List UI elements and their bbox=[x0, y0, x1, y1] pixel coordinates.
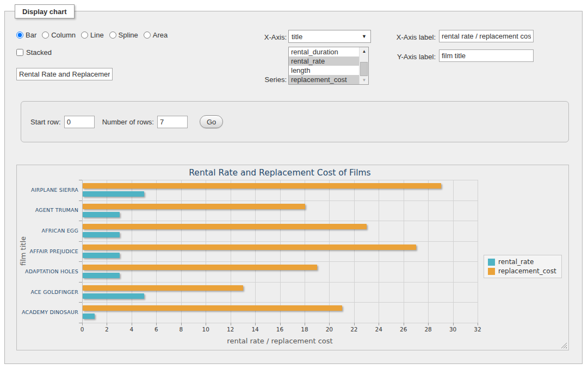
series-option-replacement_cost[interactable]: replacement_cost bbox=[289, 75, 359, 84]
category-label[interactable]: AFRICAN EGG bbox=[17, 228, 78, 234]
chart-type-option-area[interactable]: Area bbox=[144, 31, 168, 39]
x-axis-select-label: X-Axis: bbox=[232, 33, 287, 41]
chart-container: Rental Rate and Replacement Cost of Film… bbox=[16, 165, 569, 350]
chart-type-option-label: Area bbox=[153, 31, 168, 39]
bar-group-african-egg bbox=[82, 221, 478, 241]
panel-title: Display chart bbox=[15, 4, 75, 18]
chart-type-radio-bar[interactable] bbox=[16, 32, 23, 39]
x-axis-tick bbox=[379, 323, 379, 325]
bar-replacement-cost[interactable] bbox=[83, 204, 305, 209]
category-label[interactable]: AIRPLANE SIERRA bbox=[17, 187, 78, 193]
y-axis-label-label: Y-Axis label: bbox=[381, 53, 436, 61]
chart-type-option-label: Bar bbox=[26, 31, 36, 39]
y-axis-category-labels: AIRPLANE SIERRAAGENT TRUMANAFRICAN EGGAF… bbox=[17, 180, 78, 323]
x-axis-tick bbox=[206, 323, 206, 325]
bar-group-agent-truman bbox=[82, 200, 478, 221]
chart-type-radio-column[interactable] bbox=[42, 32, 49, 39]
series-option-rental_rate[interactable]: rental_rate bbox=[289, 57, 359, 66]
chart-type-option-bar[interactable]: Bar bbox=[16, 31, 36, 39]
bar-rental-rate[interactable] bbox=[83, 293, 144, 299]
category-label[interactable]: AGENT TRUMAN bbox=[17, 207, 78, 213]
series-options: rental_durationrental_ratelengthreplacem… bbox=[289, 47, 359, 84]
number-of-rows-input[interactable] bbox=[157, 116, 188, 128]
bar-replacement-cost[interactable] bbox=[83, 305, 342, 311]
series-scrollbar[interactable]: ▲ ▼ bbox=[359, 47, 368, 84]
bar-group-airplane-sierra bbox=[82, 180, 478, 200]
x-tick-label: 16 bbox=[276, 326, 283, 333]
chart-type-option-column[interactable]: Column bbox=[42, 31, 76, 39]
scroll-down-button[interactable]: ▼ bbox=[360, 76, 369, 84]
scroll-up-button[interactable]: ▲ bbox=[360, 47, 369, 55]
x-axis-label-input[interactable] bbox=[439, 30, 534, 42]
chart-type-radio-line[interactable] bbox=[81, 32, 88, 39]
go-button[interactable]: Go bbox=[200, 115, 223, 128]
bar-replacement-cost[interactable] bbox=[83, 244, 416, 250]
legend-label: replacement_cost bbox=[498, 267, 556, 275]
chart-type-option-label: Column bbox=[51, 31, 76, 39]
x-tick-label: 30 bbox=[449, 326, 456, 333]
legend-label: rental_rate bbox=[498, 258, 534, 266]
x-axis-tick bbox=[478, 323, 478, 325]
rows-panel: Start row: Number of rows: Go bbox=[21, 101, 569, 142]
scrollbar-thumb[interactable] bbox=[360, 62, 368, 76]
chart-title: Rental Rate and Replacement Cost of Film… bbox=[82, 168, 478, 178]
chart-title-input[interactable] bbox=[16, 68, 113, 80]
legend-swatch-icon bbox=[488, 268, 495, 275]
x-tick-label: 12 bbox=[227, 326, 234, 333]
series-listbox[interactable]: rental_durationrental_ratelengthreplacem… bbox=[288, 47, 369, 85]
x-axis-tick bbox=[428, 323, 429, 325]
x-axis-tick bbox=[404, 323, 404, 325]
x-axis-tick bbox=[280, 323, 281, 325]
bar-rental-rate[interactable] bbox=[83, 313, 95, 319]
category-label[interactable]: ADAPTATION HOLES bbox=[17, 268, 78, 274]
bar-group-affair-prejudice bbox=[82, 241, 478, 262]
resize-grip-icon[interactable] bbox=[561, 342, 567, 348]
legend-swatch-icon bbox=[488, 259, 495, 266]
bar-group-adaptation-holes bbox=[82, 261, 478, 282]
bar-rental-rate[interactable] bbox=[83, 273, 120, 278]
x-tick-label: 0 bbox=[81, 326, 84, 333]
x-tick-label: 24 bbox=[375, 326, 382, 333]
chart-type-option-spline[interactable]: Spline bbox=[109, 31, 138, 39]
category-label[interactable]: ACADEMY DINOSAUR bbox=[17, 309, 78, 315]
bar-rental-rate[interactable] bbox=[83, 253, 120, 258]
legend-item-replacement_cost[interactable]: replacement_cost bbox=[488, 267, 556, 275]
x-axis-tick bbox=[354, 323, 355, 325]
bar-rental-rate[interactable] bbox=[83, 212, 120, 217]
start-row-input[interactable] bbox=[64, 116, 95, 128]
x-tick-label: 22 bbox=[350, 326, 357, 333]
chevron-down-icon: ▼ bbox=[362, 34, 367, 39]
stacked-checkbox[interactable] bbox=[16, 49, 23, 56]
chart-type-radio-spline[interactable] bbox=[109, 32, 116, 39]
x-axis-tick-labels: 02468101214161820222426283032 bbox=[82, 326, 478, 334]
x-tick-label: 20 bbox=[326, 326, 333, 333]
x-axis-tick bbox=[107, 323, 107, 325]
plot-area bbox=[82, 180, 478, 323]
y-axis-label-input[interactable] bbox=[439, 49, 534, 62]
bar-group-ace-goldfinger bbox=[82, 282, 478, 303]
x-axis-tick bbox=[156, 323, 157, 325]
stacked-option[interactable]: Stacked bbox=[16, 48, 52, 57]
category-label[interactable]: ACE GOLDFINGER bbox=[17, 289, 78, 295]
x-axis-title: rental rate / replacement cost bbox=[82, 337, 478, 345]
x-tick-label: 6 bbox=[154, 326, 158, 333]
bar-replacement-cost[interactable] bbox=[83, 285, 243, 291]
chart-type-radio-area[interactable] bbox=[144, 32, 151, 39]
chart-legend: rental_ratereplacement_cost bbox=[484, 255, 562, 278]
x-tick-label: 8 bbox=[179, 326, 183, 333]
series-option-length[interactable]: length bbox=[289, 66, 359, 75]
series-option-rental_duration[interactable]: rental_duration bbox=[289, 47, 359, 57]
x-axis-tick bbox=[132, 323, 132, 325]
bar-rental-rate[interactable] bbox=[83, 232, 120, 237]
x-axis-tick bbox=[255, 323, 256, 325]
category-label[interactable]: AFFAIR PREJUDICE bbox=[17, 248, 78, 254]
bar-rental-rate[interactable] bbox=[83, 191, 144, 197]
chart-type-option-line[interactable]: Line bbox=[81, 31, 104, 39]
bar-replacement-cost[interactable] bbox=[83, 224, 367, 229]
x-tick-label: 18 bbox=[301, 326, 308, 333]
gridline-vertical bbox=[478, 180, 478, 323]
x-axis-select[interactable]: title ▼ bbox=[288, 30, 371, 43]
bar-replacement-cost[interactable] bbox=[83, 183, 441, 189]
legend-item-rental_rate[interactable]: rental_rate bbox=[488, 258, 556, 266]
bar-replacement-cost[interactable] bbox=[83, 265, 317, 270]
